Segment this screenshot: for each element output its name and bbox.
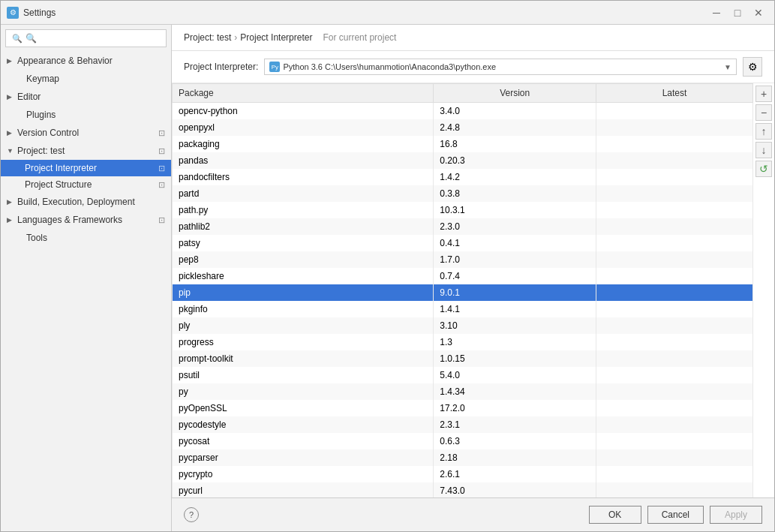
- breadcrumb: Project: test › Project Interpreter For …: [172, 25, 774, 51]
- package-latest: [596, 251, 753, 268]
- table-row[interactable]: prompt-toolkit1.0.15: [173, 350, 753, 367]
- search-box[interactable]: 🔍: [5, 29, 167, 47]
- table-row[interactable]: py1.4.34: [173, 383, 753, 400]
- table-row[interactable]: openpyxl2.4.8: [173, 119, 753, 136]
- sidebar-item-label-vcs: Version Control: [17, 128, 79, 138]
- ok-button[interactable]: OK: [589, 506, 641, 524]
- package-version: 1.3: [434, 334, 596, 350]
- vcs-icon: ⊡: [158, 128, 165, 138]
- interpreter-row: Project Interpreter: Py Python 3.6 C:\Us…: [172, 51, 774, 83]
- close-button[interactable]: ✕: [749, 5, 768, 20]
- table-row[interactable]: pycodestyle2.3.1: [173, 416, 753, 433]
- table-row[interactable]: pycparser2.18: [173, 449, 753, 466]
- sidebar-item-vcs[interactable]: ▶ Version Control ⊡: [1, 124, 171, 142]
- table-row[interactable]: pandocfilters1.4.2: [173, 169, 753, 185]
- package-name: progress: [173, 334, 434, 350]
- app-icon: ⚙: [7, 7, 19, 19]
- sidebar-item-keymap[interactable]: Keymap: [1, 70, 171, 88]
- minimize-button[interactable]: ─: [707, 5, 726, 20]
- sidebar-item-editor[interactable]: ▶ Editor: [1, 88, 171, 106]
- expand-arrow-build: ▶: [7, 198, 14, 206]
- table-row[interactable]: pep81.7.0: [173, 251, 753, 268]
- sidebar-item-label-project: Project: test: [17, 146, 65, 156]
- package-version: 0.4.1: [434, 235, 596, 251]
- package-version: 0.20.3: [434, 152, 596, 169]
- cancel-button[interactable]: Cancel: [647, 506, 704, 524]
- interpreter-gear-button[interactable]: ⚙: [743, 57, 762, 77]
- table-row[interactable]: pycrypto2.6.1: [173, 466, 753, 482]
- breadcrumb-separator: ›: [234, 32, 237, 43]
- table-row[interactable]: pycosat0.6.3: [173, 433, 753, 449]
- py-text: Py: [272, 64, 278, 71]
- sidebar-item-project[interactable]: ▼ Project: test ⊡: [1, 142, 171, 160]
- table-row[interactable]: ply3.10: [173, 317, 753, 334]
- search-input[interactable]: [26, 33, 160, 44]
- package-name: packaging: [173, 136, 434, 152]
- sidebar-item-label-plugins: Plugins: [26, 110, 56, 120]
- proj-struct-icon: ⊡: [158, 180, 165, 190]
- sidebar-item-plugins[interactable]: Plugins: [1, 106, 171, 124]
- package-latest: [596, 334, 753, 350]
- table-row[interactable]: pyOpenSSL17.2.0: [173, 400, 753, 416]
- package-version: 0.6.3: [434, 433, 596, 449]
- package-latest: [596, 367, 753, 383]
- window-title: Settings: [23, 8, 707, 18]
- package-version: 2.3.1: [434, 416, 596, 433]
- package-name: path.py: [173, 202, 434, 218]
- table-row[interactable]: partd0.3.8: [173, 185, 753, 202]
- table-row[interactable]: psutil5.4.0: [173, 367, 753, 383]
- table-row[interactable]: packaging16.8: [173, 136, 753, 152]
- table-row[interactable]: progress1.3: [173, 334, 753, 350]
- refresh-packages-button[interactable]: ↺: [755, 161, 772, 177]
- sidebar-item-label-languages: Languages & Frameworks: [17, 215, 122, 225]
- upgrade-package-button[interactable]: ↑: [755, 123, 772, 140]
- sidebar-item-label-tools: Tools: [26, 233, 47, 243]
- table-row[interactable]: patsy0.4.1: [173, 235, 753, 251]
- right-panel: Project: test › Project Interpreter For …: [172, 25, 774, 531]
- table-row[interactable]: pip9.0.1: [173, 284, 753, 301]
- table-row[interactable]: pycurl7.43.0: [173, 482, 753, 498]
- package-version: 2.3.0: [434, 218, 596, 235]
- table-row[interactable]: path.py10.3.1: [173, 202, 753, 218]
- package-latest: [596, 416, 753, 433]
- package-name: pandocfilters: [173, 169, 434, 185]
- package-latest: [596, 103, 753, 119]
- package-name: psutil: [173, 367, 434, 383]
- package-latest: [596, 482, 753, 498]
- help-button[interactable]: ?: [184, 507, 199, 522]
- table-row[interactable]: opencv-python3.4.0: [173, 103, 753, 119]
- package-latest: [596, 301, 753, 317]
- sidebar: 🔍 ▶ Appearance & Behavior Keymap ▶ Edito…: [1, 25, 172, 531]
- table-row[interactable]: pathlib22.3.0: [173, 218, 753, 235]
- interpreter-select[interactable]: Py Python 3.6 C:\Users\humanmotion\Anaco…: [264, 59, 737, 75]
- package-name: py: [173, 383, 434, 400]
- sidebar-item-languages[interactable]: ▶ Languages & Frameworks ⊡: [1, 211, 171, 229]
- package-version: 0.3.8: [434, 185, 596, 202]
- package-latest: [596, 268, 753, 284]
- sidebar-item-build[interactable]: ▶ Build, Execution, Deployment: [1, 193, 171, 211]
- window-controls: ─ □ ✕: [707, 5, 768, 20]
- add-package-button[interactable]: +: [755, 86, 772, 102]
- sidebar-item-project-interpreter[interactable]: Project Interpreter ⊡: [1, 160, 171, 176]
- package-latest: [596, 449, 753, 466]
- sidebar-item-appearance[interactable]: ▶ Appearance & Behavior: [1, 52, 171, 70]
- table-row[interactable]: pkginfo1.4.1: [173, 301, 753, 317]
- table-row[interactable]: pandas0.20.3: [173, 152, 753, 169]
- apply-button[interactable]: Apply: [710, 506, 762, 524]
- package-table-container[interactable]: Package Version Latest opencv-python3.4.…: [172, 83, 753, 497]
- package-name: openpyxl: [173, 119, 434, 136]
- package-latest: [596, 169, 753, 185]
- maximize-button[interactable]: □: [728, 5, 747, 20]
- table-row[interactable]: pickleshare0.7.4: [173, 268, 753, 284]
- downgrade-package-button[interactable]: ↓: [755, 142, 772, 158]
- proj-interp-icon: ⊡: [158, 164, 165, 173]
- sidebar-item-project-structure[interactable]: Project Structure ⊡: [1, 176, 171, 193]
- package-latest: [596, 185, 753, 202]
- remove-package-button[interactable]: −: [755, 104, 772, 121]
- python-icon: Py: [269, 62, 280, 72]
- package-latest: [596, 119, 753, 136]
- col-package: Package: [173, 84, 434, 103]
- sidebar-item-tools[interactable]: Tools: [1, 229, 171, 247]
- package-latest: [596, 466, 753, 482]
- package-version: 2.4.8: [434, 119, 596, 136]
